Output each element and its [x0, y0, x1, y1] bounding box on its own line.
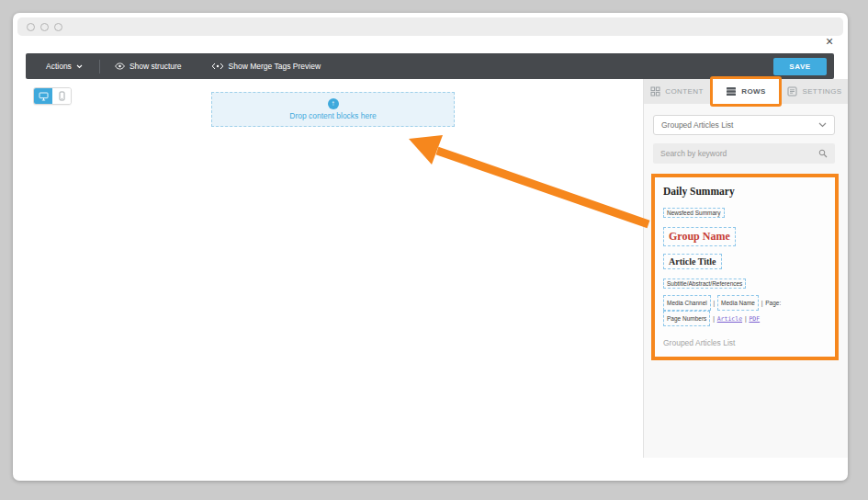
preview-meta-line: Media Channel | Media Name | Page: Page …	[663, 295, 827, 326]
actions-menu-button[interactable]: Actions	[26, 53, 99, 79]
mobile-icon	[59, 91, 65, 101]
show-merge-tags-preview-toggle[interactable]: Show Merge Tags Preview	[197, 53, 335, 79]
tab-settings[interactable]: SETTINGS	[782, 79, 848, 104]
settings-doc-icon	[787, 86, 797, 97]
merge-tags-icon	[211, 62, 224, 70]
row-name-label: Grouped Articles List	[663, 338, 827, 347]
rows-icon	[726, 86, 737, 97]
sidebar-tabbar: CONTENT ROWS SETTINGS	[644, 79, 848, 104]
tab-rows[interactable]: ROWS	[710, 76, 782, 107]
tab-settings-label: SETTINGS	[802, 87, 841, 96]
merge-tag-group-name: Group Name	[663, 227, 736, 246]
window-control-icon[interactable]	[54, 23, 62, 31]
right-sidebar: CONTENT ROWS SETTINGS Grouped Articles L…	[643, 79, 848, 458]
window-control-icon[interactable]	[40, 23, 49, 31]
tab-content-label: CONTENT	[665, 87, 703, 96]
drop-content-zone[interactable]: ↑ Drop content blocks here	[211, 92, 455, 127]
meta-separator: |	[713, 315, 715, 322]
email-editor-window: × Actions Show structure Show Merge Tags…	[13, 13, 848, 481]
mobile-view-button[interactable]	[52, 88, 71, 104]
merge-tag-media-channel: Media Channel	[663, 295, 711, 311]
merge-tag-newsfeed-summary: Newsfeed Summary	[663, 208, 725, 218]
show-structure-toggle[interactable]: Show structure	[100, 53, 197, 79]
tab-content[interactable]: CONTENT	[644, 79, 710, 104]
device-preview-toggle	[33, 87, 72, 105]
chevron-down-icon	[818, 122, 827, 128]
desktop-view-button[interactable]	[34, 88, 52, 104]
desktop-icon	[39, 92, 49, 101]
save-button[interactable]: SAVE	[773, 58, 827, 75]
search-icon[interactable]	[818, 149, 828, 158]
row-preview-grouped-articles[interactable]: Daily Summary Newsfeed Summary Group Nam…	[651, 174, 839, 360]
meta-separator: |	[745, 315, 747, 322]
meta-separator: |	[714, 300, 716, 306]
row-category-select[interactable]: Grouped Articles List	[653, 115, 835, 135]
search-input[interactable]	[660, 149, 818, 158]
eye-icon	[115, 62, 125, 70]
row-category-value: Grouped Articles List	[661, 120, 733, 130]
article-link[interactable]: Article	[717, 315, 742, 323]
meta-separator: |	[761, 300, 763, 306]
arrow-up-circle-icon: ↑	[328, 98, 339, 109]
preview-title: Daily Summary	[663, 186, 827, 197]
window-control-icon[interactable]	[27, 23, 35, 31]
merge-tag-article-title: Article Title	[663, 254, 722, 269]
show-structure-label: Show structure	[130, 62, 182, 71]
close-icon[interactable]: ×	[823, 36, 836, 49]
editor-toolbar: Actions Show structure Show Merge Tags P…	[26, 53, 834, 79]
merge-tags-label: Show Merge Tags Preview	[229, 62, 321, 71]
merge-tag-page-numbers: Page Numbers	[663, 311, 710, 326]
search-bar	[653, 143, 835, 164]
dropzone-label: Drop content blocks here	[289, 111, 377, 120]
page-label: Page:	[765, 300, 781, 306]
actions-label: Actions	[46, 62, 72, 71]
merge-tag-subtitle: Subtitle/Abstract/References	[663, 278, 746, 289]
pdf-link[interactable]: PDF	[749, 315, 760, 323]
content-grid-icon	[650, 86, 660, 97]
tab-rows-label: ROWS	[741, 87, 766, 96]
browser-titlebar	[17, 17, 843, 36]
merge-tag-media-name: Media Name	[717, 295, 759, 311]
chevron-down-icon	[76, 64, 83, 69]
